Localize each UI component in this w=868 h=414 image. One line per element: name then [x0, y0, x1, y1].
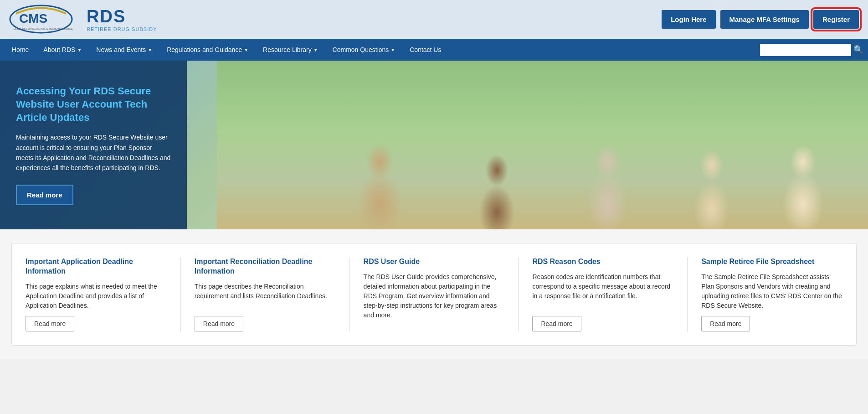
rds-logo: RDS RETIREE DRUG SUBSIDY — [87, 7, 157, 32]
card-application-deadline-read-more[interactable]: Read more — [26, 316, 74, 331]
card-application-deadline: Important Application Deadline Informati… — [26, 257, 167, 331]
card-reason-codes-read-more[interactable]: Read more — [532, 316, 581, 331]
nav-item-regulations[interactable]: Regulations and Guidance ▼ — [159, 40, 256, 60]
card-retiree-spreadsheet-desc: The Sample Retiree File Spreadsheet assi… — [701, 272, 842, 310]
cards-section: Important Application Deadline Informati… — [0, 229, 868, 359]
resource-dropdown-arrow: ▼ — [313, 47, 318, 52]
card-user-guide: RDS User Guide The RDS User Guide provid… — [364, 257, 505, 331]
card-divider-1 — [180, 257, 181, 331]
nav-item-faq[interactable]: Common Questions ▼ — [325, 40, 403, 60]
card-reconciliation-deadline-read-more[interactable]: Read more — [195, 316, 243, 331]
card-reason-codes: RDS Reason Codes Reason codes are identi… — [532, 257, 673, 331]
nav-item-resource[interactable]: Resource Library ▼ — [256, 40, 325, 60]
search-area: 🔍 — [760, 44, 863, 56]
card-user-guide-title: RDS User Guide — [364, 257, 505, 267]
hero-overlay: Accessing Your RDS Secure Website User A… — [0, 61, 187, 229]
cms-logo: CMS CENTERS FOR MEDICARE & MEDICAID SERV… — [9, 5, 73, 34]
rds-logo-text: RDS — [87, 7, 157, 26]
card-retiree-spreadsheet: Sample Retiree File Spreadsheet The Samp… — [701, 257, 842, 331]
register-button[interactable]: Register — [813, 10, 859, 29]
hero-background — [217, 61, 868, 229]
header-buttons: Login Here Manage MFA Settings Register — [662, 10, 859, 29]
card-user-guide-desc: The RDS User Guide provides comprehensiv… — [364, 272, 505, 331]
card-application-deadline-title: Important Application Deadline Informati… — [26, 257, 167, 276]
nav-items: Home About RDS ▼ News and Events ▼ Regul… — [5, 40, 760, 60]
hero-section: Accessing Your RDS Secure Website User A… — [0, 61, 868, 229]
nav-item-home[interactable]: Home — [5, 40, 36, 60]
card-divider-2 — [349, 257, 350, 331]
card-reason-codes-title: RDS Reason Codes — [532, 257, 673, 267]
regulations-dropdown-arrow: ▼ — [244, 47, 248, 52]
card-reconciliation-deadline: Important Reconciliation Deadline Inform… — [195, 257, 336, 331]
about-dropdown-arrow: ▼ — [77, 47, 82, 52]
card-reason-codes-desc: Reason codes are identification numbers … — [532, 272, 673, 310]
search-input[interactable] — [760, 44, 851, 56]
news-dropdown-arrow: ▼ — [148, 47, 152, 52]
cms-logo-svg: CMS CENTERS FOR MEDICARE & MEDICAID SERV… — [9, 5, 73, 34]
cards-container: Important Application Deadline Informati… — [11, 243, 857, 346]
hero-title: Accessing Your RDS Secure Website User A… — [16, 85, 171, 124]
hero-read-more-button[interactable]: Read more — [16, 185, 73, 205]
nav-item-contact[interactable]: Contact Us — [402, 40, 448, 60]
search-button[interactable]: 🔍 — [853, 45, 863, 55]
login-button[interactable]: Login Here — [662, 10, 715, 29]
faq-dropdown-arrow: ▼ — [390, 47, 395, 52]
nav-item-news[interactable]: News and Events ▼ — [89, 40, 159, 60]
rds-subtitle: RETIREE DRUG SUBSIDY — [87, 26, 157, 32]
card-divider-4 — [687, 257, 688, 331]
card-retiree-spreadsheet-title: Sample Retiree File Spreadsheet — [701, 257, 842, 267]
card-retiree-spreadsheet-read-more[interactable]: Read more — [701, 316, 750, 331]
main-nav: Home About RDS ▼ News and Events ▼ Regul… — [0, 39, 868, 61]
hero-people-image — [217, 61, 868, 229]
manage-mfa-button[interactable]: Manage MFA Settings — [720, 10, 809, 29]
nav-item-about[interactable]: About RDS ▼ — [36, 40, 89, 60]
logo-area: CMS CENTERS FOR MEDICARE & MEDICAID SERV… — [9, 5, 157, 34]
top-header: CMS CENTERS FOR MEDICARE & MEDICAID SERV… — [0, 0, 868, 39]
card-application-deadline-desc: This page explains what is needed to mee… — [26, 282, 167, 310]
card-reconciliation-deadline-title: Important Reconciliation Deadline Inform… — [195, 257, 336, 276]
hero-description: Maintaining access to your RDS Secure We… — [16, 132, 171, 173]
svg-text:CENTERS FOR MEDICARE & MEDICAI: CENTERS FOR MEDICARE & MEDICAID SERVICES — [14, 27, 73, 30]
card-reconciliation-deadline-desc: This page describes the Reconciliation r… — [195, 282, 336, 310]
svg-text:CMS: CMS — [19, 11, 47, 26]
card-divider-3 — [518, 257, 519, 331]
